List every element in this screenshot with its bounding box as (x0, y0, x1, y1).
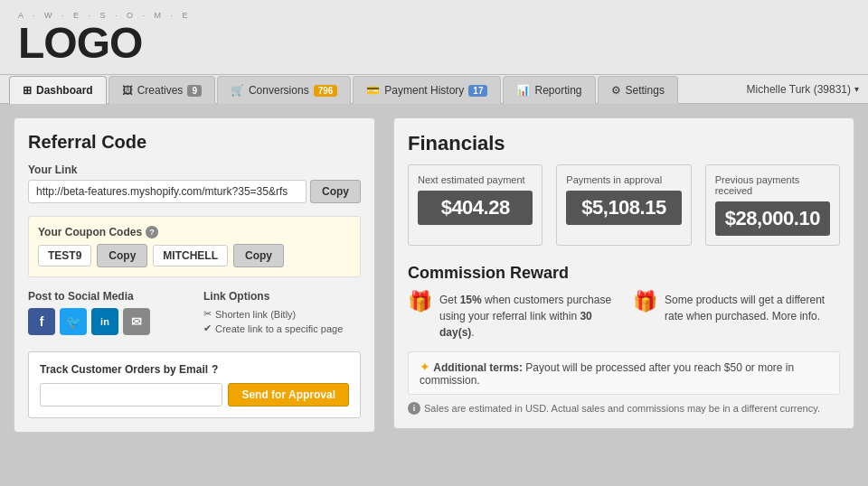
logo-tagline: A · W · E · S · O · M · E (18, 11, 850, 20)
financial-card-in-approval: Payments in approval $5,108.15 (556, 164, 691, 246)
right-panel: Financials Next estimated payment $404.2… (375, 117, 854, 433)
commission-text-variable: Some products will get a different rate … (665, 292, 840, 324)
twitter-icon[interactable]: 🐦 (60, 308, 87, 335)
referral-title: Referral Code (28, 132, 361, 153)
social-icons: f 🐦 in ✉ (28, 308, 185, 335)
coupon-box: Your Coupon Codes ? TEST9 Copy MITCHELL … (28, 216, 361, 277)
additional-terms: ✦ Additional terms: Payout will be proce… (408, 351, 840, 395)
payment-history-badge: 17 (468, 85, 487, 97)
coupon-label-text: Your Coupon Codes (38, 226, 142, 238)
link-row: Copy (28, 180, 361, 203)
right-card: Financials Next estimated payment $404.2… (393, 117, 854, 429)
gift-icon-1: 🎁 (633, 292, 657, 312)
left-panel: Referral Code Your Link Copy Your Coupon… (14, 117, 375, 433)
shorten-icon: ✂ (203, 308, 212, 320)
facebook-icon[interactable]: f (28, 308, 55, 335)
email-track-input[interactable] (40, 383, 222, 407)
additional-label: Additional terms: (433, 361, 523, 374)
tab-dashboard[interactable]: ⊞ Dashboard (9, 76, 107, 104)
settings-icon: ⚙ (611, 84, 621, 97)
user-name: Michelle Turk (39831) (747, 83, 851, 96)
logo-text: LOGO (18, 22, 850, 65)
nav-bar: ⊞ Dashboard 🖼 Creatives 9 🛒 Conversions … (0, 75, 868, 104)
coupon-copy-button-1[interactable]: Copy (233, 244, 284, 267)
star-icon: ✦ (420, 360, 430, 374)
tab-payment-history[interactable]: 💳 Payment History 17 (353, 76, 501, 104)
financial-card-previous: Previous payments received $28,000.10 (705, 164, 840, 246)
conversions-badge: 796 (314, 85, 338, 97)
email-icon[interactable]: ✉ (123, 308, 150, 335)
history-icon: 💳 (366, 84, 380, 97)
previous-value: $28,000.10 (715, 201, 830, 236)
referral-link-input[interactable] (28, 180, 307, 203)
commission-title: Commission Reward (408, 264, 840, 283)
email-track-box: Track Customer Orders by Email ? Send fo… (28, 351, 361, 418)
nav-tabs: ⊞ Dashboard 🖼 Creatives 9 🛒 Conversions … (9, 75, 678, 103)
tab-creatives[interactable]: 🖼 Creatives 9 (108, 76, 215, 104)
in-approval-label: Payments in approval (566, 174, 681, 185)
gift-icon-0: 🎁 (408, 292, 432, 312)
tab-reporting-label: Reporting (534, 84, 581, 97)
your-link-label: Your Link (28, 164, 361, 176)
social-link-row: Post to Social Media f 🐦 in ✉ Link Optio… (28, 290, 361, 337)
link-options-section: Link Options ✂ Shorten link (Bitly) ✔ Cr… (203, 290, 361, 337)
tab-settings-label: Settings (626, 84, 665, 97)
tab-conversions[interactable]: 🛒 Conversions 796 (217, 76, 351, 104)
next-payment-label: Next estimated payment (418, 174, 533, 185)
linkedin-icon[interactable]: in (91, 308, 118, 335)
financial-row: Next estimated payment $404.28 Payments … (408, 164, 840, 246)
email-track-row: Send for Approval (40, 383, 349, 407)
tab-reporting[interactable]: 📊 Reporting (503, 76, 595, 104)
sales-note: i Sales are estimated in USD. Actual sal… (408, 402, 840, 415)
email-track-label: Track Customer Orders by Email ? (40, 363, 349, 376)
email-track-help-icon[interactable]: ? (212, 363, 218, 376)
coupon-code-1: MITCHELL (153, 245, 228, 266)
next-payment-value: $404.28 (418, 191, 533, 225)
in-approval-value: $5,108.15 (566, 191, 681, 225)
user-menu[interactable]: Michelle Turk (39831) ▾ (747, 83, 859, 96)
reporting-icon: 📊 (516, 84, 530, 97)
financial-card-next-payment: Next estimated payment $404.28 (408, 164, 542, 246)
link-option-shorten[interactable]: ✂ Shorten link (Bitly) (203, 308, 361, 320)
tab-dashboard-label: Dashboard (36, 84, 93, 97)
specific-label: Create link to a specific page (215, 323, 343, 334)
link-options-label: Link Options (203, 290, 361, 303)
user-caret: ▾ (854, 84, 859, 94)
creatives-badge: 9 (187, 85, 202, 97)
copy-link-button[interactable]: Copy (310, 180, 361, 203)
tab-settings[interactable]: ⚙ Settings (598, 76, 678, 104)
commission-text-percent: Get 15% when customers purchase using yo… (439, 292, 615, 341)
conversions-icon: 🛒 (231, 84, 244, 97)
coupon-label: Your Coupon Codes ? (38, 226, 351, 238)
info-icon: i (408, 402, 420, 415)
tab-creatives-label: Creatives (137, 84, 184, 97)
commission-item-variable: 🎁 Some products will get a different rat… (633, 292, 840, 341)
commission-item-percent: 🎁 Get 15% when customers purchase using … (408, 292, 615, 341)
coupon-code-0: TEST9 (38, 245, 91, 266)
shorten-label: Shorten link (Bitly) (215, 309, 296, 320)
commission-details: 🎁 Get 15% when customers purchase using … (408, 292, 840, 341)
email-track-label-text: Track Customer Orders by Email (40, 363, 208, 376)
tab-conversions-label: Conversions (249, 84, 309, 97)
sales-note-text: Sales are estimated in USD. Actual sales… (424, 403, 820, 414)
social-section: Post to Social Media f 🐦 in ✉ (28, 290, 185, 335)
coupon-help-icon[interactable]: ? (146, 226, 158, 238)
link-option-specific[interactable]: ✔ Create link to a specific page (203, 322, 361, 334)
send-for-approval-button[interactable]: Send for Approval (228, 383, 349, 407)
dashboard-icon: ⊞ (23, 84, 32, 97)
previous-label: Previous payments received (715, 174, 830, 196)
financials-title: Financials (408, 132, 840, 155)
social-label: Post to Social Media (28, 290, 185, 303)
checkmark-icon: ✔ (203, 322, 212, 334)
header: A · W · E · S · O · M · E LOGO (0, 0, 868, 75)
main-content: Referral Code Your Link Copy Your Coupon… (0, 104, 868, 446)
tab-payment-history-label: Payment History (384, 84, 464, 97)
creatives-icon: 🖼 (122, 84, 133, 97)
coupon-copy-button-0[interactable]: Copy (97, 244, 147, 267)
coupon-row: TEST9 Copy MITCHELL Copy (38, 244, 351, 267)
